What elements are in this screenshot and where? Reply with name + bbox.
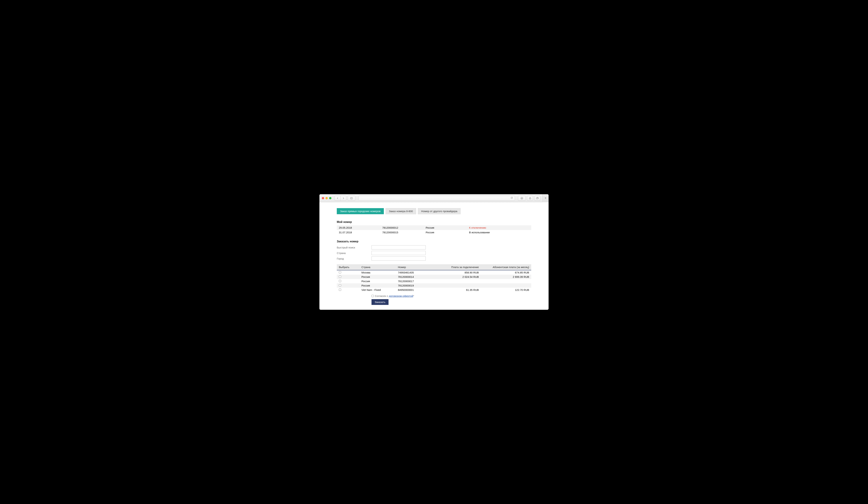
cell-select	[337, 283, 359, 288]
my-numbers-table: 29.05.201878120000012РоссияК отключению3…	[337, 225, 531, 235]
table-row: 29.05.201878120000012РоссияК отключению	[337, 225, 531, 230]
cell-country: Россия	[359, 283, 396, 288]
address-bar[interactable]	[359, 196, 515, 201]
browser-toolbar: +	[319, 194, 549, 202]
col-country: Страна	[359, 264, 396, 270]
cell-number: 78120000015	[380, 230, 424, 235]
agreement-prefix: Согласен с	[375, 294, 389, 298]
city-input[interactable]	[372, 256, 426, 261]
cell-date: 29.05.2018	[337, 225, 380, 230]
col-setup-fee: Плата за подключение	[436, 264, 481, 270]
share-button[interactable]	[527, 196, 533, 201]
row-checkbox[interactable]	[339, 271, 341, 273]
page-content: Заказ прямых городских номеров Заказ ном…	[319, 202, 549, 310]
cell-monthly-fee	[481, 279, 531, 283]
tab-direct-city[interactable]: Заказ прямых городских номеров	[337, 208, 384, 214]
cell-setup-fee: 2 024.54 RUB	[436, 275, 481, 279]
agreement-suffix: *	[413, 294, 414, 298]
cell-number: 78120000019	[396, 283, 436, 288]
cell-select	[337, 270, 359, 275]
city-row: Город	[337, 256, 531, 261]
cell-monthly-fee: 122.70 RUB	[481, 288, 531, 292]
cell-number: 78120000017	[396, 279, 436, 283]
table-row: Россия781200000142 024.54 RUB2 699.39 RU…	[337, 275, 531, 279]
table-row: Россия78120000019	[337, 283, 531, 288]
cell-number: 74993461435	[396, 270, 436, 275]
agreement-checkbox[interactable]	[372, 295, 374, 297]
quick-search-input[interactable]	[372, 245, 426, 250]
tab-8-800[interactable]: Заказ номера 8-800	[385, 208, 416, 214]
cell-status: В использовании	[467, 230, 531, 235]
cell-country: Россия	[359, 275, 396, 279]
cell-country: Россия	[359, 279, 396, 283]
number-type-tabs: Заказ прямых городских номеров Заказ ном…	[337, 208, 531, 214]
cell-setup-fee	[436, 283, 481, 288]
cell-country: Россия	[424, 225, 467, 230]
agreement-row: Согласен с договором-офертой*	[372, 294, 531, 298]
row-checkbox[interactable]	[339, 275, 341, 278]
cell-setup-fee	[436, 279, 481, 283]
minimize-window-button[interactable]	[326, 197, 328, 199]
back-button[interactable]	[334, 196, 340, 201]
table-row: Москва74993461435858.90 RUB674.85 RUB	[337, 270, 531, 275]
available-numbers-table: Выбрать Страна Номер Плата за подключени…	[337, 264, 531, 292]
cell-monthly-fee: 2 699.39 RUB	[481, 275, 531, 279]
maximize-window-button[interactable]	[329, 197, 331, 199]
quick-search-row: Быстрый поиск	[337, 245, 531, 250]
quick-search-label: Быстрый поиск	[337, 246, 372, 249]
city-label: Город	[337, 257, 372, 260]
new-tab-button[interactable]: +	[542, 194, 549, 202]
col-monthly-fee: Абонентская плата (за месяц)	[481, 264, 531, 270]
country-input[interactable]	[372, 251, 426, 255]
cell-monthly-fee: 674.85 RUB	[481, 270, 531, 275]
cell-setup-fee: 858.90 RUB	[436, 270, 481, 275]
show-tabs-button[interactable]	[534, 196, 540, 201]
table-row: Viet Nam - Fixed8495000000161.35 RUB122.…	[337, 288, 531, 292]
svg-rect-5	[536, 198, 538, 199]
cell-monthly-fee	[481, 283, 531, 288]
country-row: Страна	[337, 250, 531, 255]
cell-select	[337, 275, 359, 279]
forward-button[interactable]	[340, 196, 346, 201]
nav-buttons	[334, 196, 346, 201]
cell-status: К отключению	[467, 225, 531, 230]
col-select: Выбрать	[337, 264, 359, 270]
svg-rect-0	[351, 198, 353, 199]
close-window-button[interactable]	[322, 197, 324, 199]
address-bar-container	[359, 196, 515, 201]
sidebar-toggle-button[interactable]	[348, 196, 355, 201]
cell-number: 78120000012	[380, 225, 424, 230]
country-label: Страна	[337, 252, 372, 254]
cell-select	[337, 288, 359, 292]
table-row: Россия78120000017	[337, 279, 531, 283]
row-checkbox[interactable]	[339, 289, 341, 291]
my-number-heading: Мой номер	[337, 221, 531, 224]
row-checkbox[interactable]	[339, 280, 341, 282]
cell-country: Москва	[359, 270, 396, 275]
row-checkbox[interactable]	[339, 284, 341, 286]
order-number-heading: Заказать номер	[337, 240, 531, 243]
downloads-button[interactable]	[518, 196, 526, 201]
cell-country: Россия	[424, 230, 467, 235]
agreement-link[interactable]: договором-офертой	[389, 294, 413, 298]
traffic-lights	[322, 197, 331, 199]
cell-date: 31.07.2018	[337, 230, 380, 235]
col-number: Номер	[396, 264, 436, 270]
cell-number: 78120000014	[396, 275, 436, 279]
table-row: 31.07.201878120000015РоссияВ использован…	[337, 230, 531, 235]
cell-select	[337, 279, 359, 283]
cell-number: 84950000001	[396, 288, 436, 292]
order-button[interactable]: Заказать	[372, 299, 389, 305]
reload-icon[interactable]	[510, 196, 513, 200]
cell-setup-fee: 61.35 RUB	[436, 288, 481, 292]
browser-window: + Заказ прямых городских номеров Заказ н…	[319, 194, 549, 310]
tab-other-provider[interactable]: Номер от другого провайдера	[418, 208, 461, 214]
cell-country: Viet Nam - Fixed	[359, 288, 396, 292]
